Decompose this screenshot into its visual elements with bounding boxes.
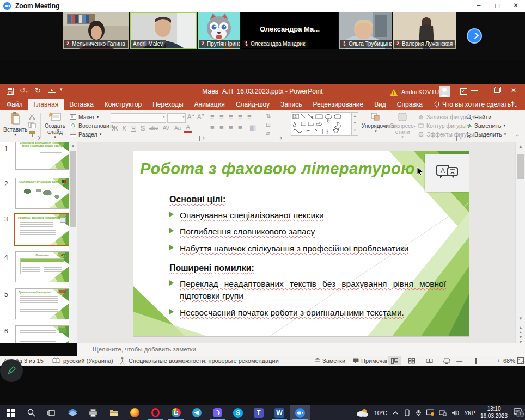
slide-thumbnail-2[interactable]: Англійська у сучасному світі (15, 178, 69, 209)
ppt-close-button[interactable]: ✕ (504, 85, 523, 96)
weather-icon[interactable] (355, 409, 369, 417)
shape-outline-button[interactable]: Контур фигуры (418, 122, 471, 129)
zoom-maximize-button[interactable]: ▢ (488, 0, 506, 11)
font-name-combobox[interactable] (111, 113, 166, 123)
cut-icon[interactable] (28, 113, 36, 120)
participant-tile[interactable]: Валерия Лужанская (393, 12, 456, 49)
avatar[interactable] (439, 86, 450, 97)
slide-thumbnail-5[interactable]: Граматичний матеріал (15, 288, 69, 319)
drawing-dialog-launcher[interactable] (456, 136, 462, 141)
smartart-convert-icon[interactable]: ⧉ (266, 129, 270, 137)
scrollbar-thumb[interactable] (517, 154, 524, 179)
notes-toggle[interactable]: Заметки (315, 357, 345, 364)
tab-home[interactable]: Главная (28, 99, 64, 110)
zoom-taskbar-icon[interactable] (290, 405, 310, 420)
tab-record[interactable]: Запись (275, 99, 307, 110)
zoom-level[interactable]: 68% (503, 357, 515, 364)
zoom-in-button[interactable]: + (497, 357, 500, 364)
zoom-slider-thumb[interactable] (475, 358, 477, 364)
participant-tile[interactable]: Прутіян Ірина (198, 12, 240, 49)
slide-thumbnail-3-selected[interactable]: Робота з фаховою літературою (14, 213, 70, 246)
justify-icon[interactable]: ≡ (238, 124, 242, 132)
thumb-scroll-up-icon[interactable]: ▲ (69, 142, 77, 149)
tab-slideshow[interactable]: Слайд-шоу (230, 99, 275, 110)
task-view-icon[interactable] (41, 405, 62, 420)
collapse-ribbon-icon[interactable]: ⌃ (515, 134, 520, 140)
teams-icon[interactable]: T (248, 405, 269, 420)
paste-button[interactable]: Вставить▾ (3, 112, 27, 137)
thumb-scrollbar-thumb[interactable] (70, 151, 76, 227)
fax-printer-icon[interactable] (83, 405, 103, 420)
annotation-pencil-button[interactable] (0, 359, 23, 382)
strikethrough-button[interactable]: abc (148, 124, 160, 133)
skype-icon[interactable]: S (228, 405, 248, 420)
section-button[interactable]: Раздел▾ (70, 131, 101, 138)
mail-app-icon[interactable] (62, 405, 83, 420)
current-slide[interactable]: Робота з фаховою літературою Основні ціл… (133, 151, 469, 336)
line-spacing-icon[interactable]: ≡ (247, 113, 252, 121)
text-direction-icon[interactable]: ⇅ (266, 112, 271, 120)
bullets-icon[interactable]: ≡ (210, 113, 215, 121)
slide-thumbnail-4[interactable]: Фонетика (15, 251, 69, 282)
weather-temp[interactable]: 10°C (374, 410, 388, 416)
decrease-font-icon[interactable]: А▼ (197, 113, 205, 120)
font-color-button[interactable]: А (184, 124, 192, 133)
tell-me-search[interactable]: Что вы хотите сделать? (442, 99, 515, 110)
copy-icon[interactable] (28, 122, 36, 128)
tray-mic-icon[interactable] (416, 409, 422, 416)
align-center-icon[interactable]: ≡ (219, 124, 224, 132)
telegram-icon[interactable] (186, 405, 207, 420)
tab-help[interactable]: Справка (392, 99, 428, 110)
slide-thumbnail-6[interactable] (15, 325, 69, 343)
comments-icon[interactable] (512, 101, 520, 107)
scroll-down-icon[interactable]: ▼ (516, 315, 525, 322)
replace-button[interactable]: Заменить▾ (466, 122, 505, 129)
participant-tile-active-speaker[interactable]: Andrii Maiev (130, 12, 197, 49)
new-slide-button[interactable]: Создать слайд▾ (42, 112, 68, 137)
volume-icon[interactable] (451, 410, 459, 416)
align-left-icon[interactable]: ≡ (210, 124, 215, 132)
shapes-gallery-scroll[interactable]: ▲▼≡ (352, 112, 358, 136)
tab-view[interactable]: Вид (369, 99, 392, 110)
slide-thumbnail-1[interactable]: Специфіка викладання іноземної мови у за… (15, 142, 69, 170)
zoom-close-button[interactable]: ✕ (506, 0, 525, 11)
tab-transitions[interactable]: Переходы (147, 99, 188, 110)
font-dialog-launcher[interactable] (199, 136, 205, 141)
accessibility-icon[interactable] (119, 357, 126, 365)
font-size-combobox[interactable] (167, 113, 186, 123)
text-shadow-button[interactable]: S (138, 124, 147, 133)
keyboard-language[interactable]: УКР (464, 410, 475, 416)
chrome-icon[interactable] (166, 405, 186, 420)
slide-sorter-view-button[interactable] (405, 356, 418, 365)
align-text-icon[interactable]: ⊞ (266, 121, 271, 128)
notes-placeholder[interactable]: Щелкните, чтобы добавить заметки (93, 346, 196, 353)
clock[interactable]: 13:10 16.03.2023 (480, 406, 508, 419)
participant-tile[interactable]: Мельниченко Галина (63, 12, 129, 49)
ppt-restore-button[interactable] (494, 88, 500, 93)
zoom-minimize-button[interactable]: – (469, 0, 488, 11)
numbering-icon[interactable]: ≡ (219, 113, 224, 121)
word-icon[interactable]: W (269, 405, 290, 420)
clipboard-dialog-launcher[interactable] (35, 136, 40, 141)
opera-icon[interactable] (145, 405, 166, 420)
firefox-icon[interactable] (124, 405, 145, 420)
paragraph-dialog-launcher[interactable] (277, 136, 282, 141)
slide-thumbnails-panel[interactable]: 1 Специфіка викладання іноземної мови у … (0, 142, 77, 343)
screen-share-icon[interactable] (426, 409, 434, 416)
phone-link-icon[interactable] (404, 409, 411, 416)
file-explorer-icon[interactable] (103, 405, 124, 420)
tab-review[interactable]: Рецензирование (307, 99, 369, 110)
italic-button[interactable]: К (120, 124, 129, 133)
reset-button[interactable]: Восстановить (70, 122, 115, 129)
scroll-up-icon[interactable]: ▲ (516, 143, 525, 150)
slideshow-view-button[interactable] (440, 356, 453, 365)
ppt-minimize-button[interactable]: — (465, 85, 484, 96)
language-indicator[interactable]: русский (Украина) (63, 357, 113, 364)
slide-scrollbar[interactable]: ▲ ▼ ▲▲ ▼▼ (515, 142, 525, 343)
increase-font-icon[interactable]: А▲ (187, 113, 195, 120)
underline-button[interactable]: Ч (129, 124, 138, 133)
tab-animations[interactable]: Анимация (189, 99, 230, 110)
thumbnails-scrollbar[interactable]: ▲ (69, 142, 77, 343)
viber-icon[interactable] (207, 405, 228, 420)
next-participants-button[interactable] (467, 28, 482, 44)
